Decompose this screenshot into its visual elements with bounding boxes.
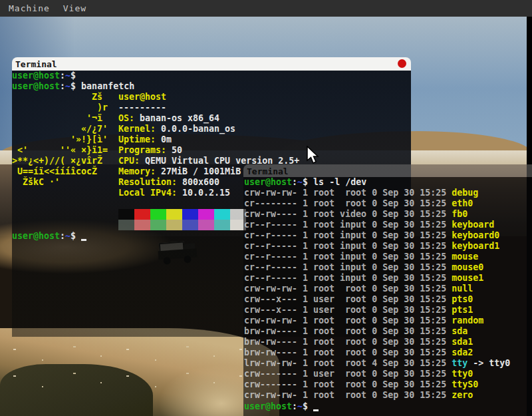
close-button[interactable] <box>398 59 406 68</box>
terminal-line: «/¿7'Kernel: 0.0.0-banan_os <box>12 124 411 134</box>
palette-swatch <box>150 220 166 230</box>
file-name: mouse <box>452 252 478 262</box>
terminal-line: )r--------- <box>12 103 411 113</box>
command-text: bananfetch <box>81 81 134 91</box>
palette-swatch <box>134 220 150 230</box>
file-meta: brw-rw---- 1 root root 0 Sep 30 15:25 <box>244 337 452 347</box>
file-name: zero <box>452 390 473 400</box>
terminal-line: brw-rw---- 1 root root 0 Sep 30 15:25 sd… <box>244 326 532 337</box>
terminal-line: crw---x--- 1 user root 0 Sep 30 15:25 pt… <box>244 305 532 315</box>
terminal-line: user@host:~$ <box>12 71 411 81</box>
vm-screen: Machine View Terminal use <box>0 0 532 416</box>
ascii-art: <' ''« ×}ï1= <box>12 145 118 155</box>
file-name: tty <box>452 358 467 368</box>
file-name: eth0 <box>452 198 473 208</box>
fetch-label: Memory: <box>118 166 156 176</box>
terminal-line: crw-rw-rw- 1 root root 0 Sep 30 15:25 de… <box>244 188 532 198</box>
ascii-art: >**¿<+)//( ×¿vîrŽ <box>12 156 118 166</box>
file-name: pts0 <box>452 294 473 304</box>
palette-swatch <box>198 209 214 220</box>
file-meta: crw-rw---- 1 root video 0 Sep 30 15:25 <box>244 209 452 219</box>
file-name: sda2 <box>452 347 473 357</box>
palette-swatch <box>182 209 198 220</box>
terminal-line: user@host:~$ ls -l /dev <box>244 177 532 188</box>
menu-bar: Machine View <box>0 0 532 17</box>
file-name: debug <box>452 188 478 198</box>
terminal-line: cr--r----- 1 root input 0 Sep 30 15:25 m… <box>244 252 532 262</box>
terminal-line: cr--r----- 1 root input 0 Sep 30 15:25 m… <box>244 262 532 273</box>
file-name: mouse1 <box>452 273 483 283</box>
link-target: -> tty0 <box>467 358 510 368</box>
terminal-line: user@host:~$ <box>244 401 532 411</box>
fetch-label: Resolution: <box>118 177 177 187</box>
file-meta: brw-rw---- 1 root root 0 Sep 30 15:25 <box>244 347 452 357</box>
file-meta: cr-------- 1 root root 0 Sep 30 15:25 <box>244 198 452 208</box>
file-meta: cr--r----- 1 root input 0 Sep 30 15:25 <box>244 241 452 251</box>
terminal-line: Zšuser@host <box>12 92 411 103</box>
terminal2-titlebar[interactable]: Terminal <box>243 164 532 177</box>
terminal-line: crw-rw-rw- 1 root root 0 Sep 30 15:25 nu… <box>244 284 532 294</box>
terminal-line: lrw-rw-rw- 1 root root 4 Sep 30 15:25 tt… <box>244 358 532 369</box>
file-meta: crw-rw-rw- 1 root root 0 Sep 30 15:25 <box>244 284 452 294</box>
terminal-line: crw-rw-rw- 1 root root 0 Sep 30 15:25 ze… <box>244 390 532 401</box>
fetch-label: OS: <box>118 113 134 123</box>
terminal2-window: Terminal user@host:~$ ls -l /devcrw-rw-r… <box>243 164 532 416</box>
prompt-path: ~ <box>65 231 70 241</box>
file-name: random <box>452 315 483 325</box>
fetch-value: banan-os x86_64 <box>134 113 219 123</box>
file-meta: crw------- 1 user root 0 Sep 30 15:25 <box>244 369 452 379</box>
terminal-line: cr--r----- 1 root input 0 Sep 30 15:25 k… <box>244 241 532 252</box>
palette-swatch <box>214 220 230 230</box>
file-name: sda1 <box>452 337 473 347</box>
palette-swatch <box>198 220 214 230</box>
ascii-art: '¬ï <box>12 113 118 123</box>
file-meta: cr--r----- 1 root input 0 Sep 30 15:25 <box>244 273 452 283</box>
prompt-dollar: $ <box>70 231 81 241</box>
terminal-line: crw-rw-rw- 1 root root 0 Sep 30 15:25 ra… <box>244 315 532 326</box>
file-name: keyboard <box>452 220 494 230</box>
prompt-user: user@host <box>12 71 60 81</box>
prompt-dollar: $ <box>303 177 313 187</box>
file-meta: cr--r----- 1 root input 0 Sep 30 15:25 <box>244 252 452 262</box>
prompt-colon: : <box>292 177 297 187</box>
window-title: Terminal <box>243 166 289 176</box>
palette-swatch <box>134 209 150 220</box>
text-cursor <box>81 230 86 241</box>
file-meta: crw-rw-rw- 1 root root 0 Sep 30 15:25 <box>244 390 452 400</box>
fetch-value: 27MiB / 1001MiB <box>156 166 241 176</box>
fetch-label: Kernel: <box>118 124 156 134</box>
ascii-art: Zš <box>12 92 118 102</box>
file-meta: crw---x--- 1 user root 0 Sep 30 15:25 <box>244 294 452 304</box>
prompt-colon: : <box>60 231 65 241</box>
vm-display: Terminal user@host:~$ user@host:~$ banan… <box>0 17 532 416</box>
prompt-path: ~ <box>65 81 70 91</box>
fetch-value: 10.0.2.15 <box>177 188 230 198</box>
command-text: ls -l /dev <box>313 177 366 187</box>
file-name: keyboard1 <box>452 241 499 251</box>
palette-swatch <box>118 209 134 220</box>
prompt-path: ~ <box>297 177 303 187</box>
window-title: Terminal <box>12 59 57 69</box>
terminal-line: cr--r----- 1 root input 0 Sep 30 15:25 k… <box>244 230 532 241</box>
ascii-art: ŽškC ·' <box>12 177 118 187</box>
prompt-dollar: $ <box>303 401 313 411</box>
terminal2-content[interactable]: user@host:~$ ls -l /devcrw-rw-rw- 1 root… <box>243 177 532 416</box>
terminal1-titlebar[interactable]: Terminal <box>12 57 411 71</box>
prompt-path: ~ <box>297 401 303 411</box>
fetch-label: Programs: <box>118 145 166 155</box>
prompt-user: user@host <box>244 177 292 187</box>
text-cursor <box>313 401 319 411</box>
palette-swatch <box>150 209 166 220</box>
prompt-user: user@host <box>12 231 60 241</box>
prompt-dollar: $ <box>70 71 81 81</box>
file-name: ttyS0 <box>452 379 478 389</box>
palette-swatch <box>214 209 230 220</box>
terminal-line: cr-------- 1 root root 0 Sep 30 15:25 et… <box>244 198 532 209</box>
fetch-label: Local IPv4: <box>118 188 177 198</box>
terminal-line: crw---x--- 1 user root 0 Sep 30 15:25 pt… <box>244 294 532 305</box>
prompt-colon: : <box>60 71 65 81</box>
menu-item-machine[interactable]: Machine <box>7 3 52 13</box>
prompt-colon: : <box>292 401 297 411</box>
menu-item-view[interactable]: View <box>61 3 88 13</box>
terminal-line: <' ''« ×}ï1=Programs: 50 <box>12 145 411 156</box>
